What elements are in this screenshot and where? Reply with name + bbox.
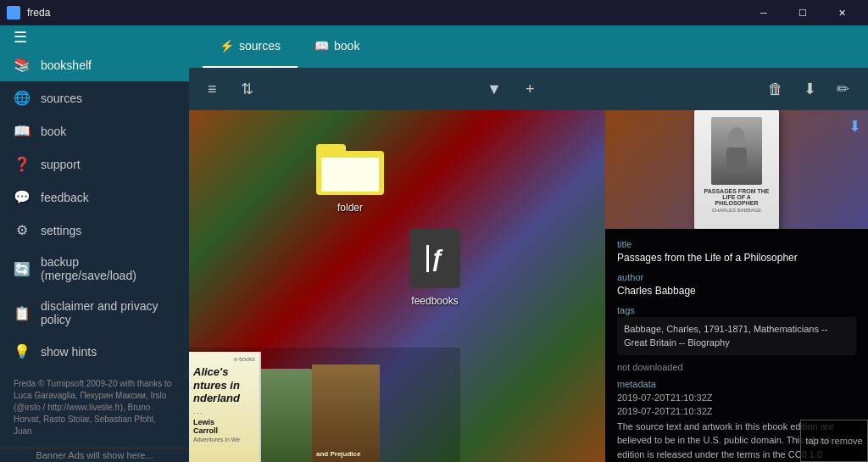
source-item-feedbooks[interactable]: ƒ feedbooks: [409, 229, 460, 307]
sidebar-item-support[interactable]: ❓ support: [0, 148, 189, 181]
book-thumbnail-area: ⬇: [605, 110, 868, 229]
book-icon: 📖: [14, 123, 31, 139]
author-value: Charles Babbage: [617, 284, 856, 298]
sidebar-item-book-label: book: [41, 125, 66, 138]
book-thumb-inner: PASSAGES FROM THELIFE OF A PHILOSOPHER C…: [694, 110, 779, 229]
hamburger-icon[interactable]: ☰: [14, 28, 27, 47]
tap-to-remove-button[interactable]: tap to remove: [800, 420, 868, 462]
app-container: ☰ 📚 bookshelf 🌐 sources 📖 book ❓ support…: [0, 25, 868, 462]
feedbooks-label: feedbooks: [411, 295, 458, 307]
tags-value: Babbage, Charles, 1791-1871, Mathematici…: [617, 317, 856, 355]
person-svg: [720, 125, 754, 176]
tab-book[interactable]: 📖 book: [298, 25, 376, 68]
hints-icon: 💡: [14, 343, 31, 359]
sidebar-item-backup[interactable]: 🔄 backup (merge/save/load): [0, 247, 189, 291]
metadata-section-label: metadata: [617, 379, 856, 389]
book-tab-icon: 📖: [314, 39, 329, 53]
alice-subtitle: Adventures in We: [193, 437, 255, 443]
banner-text: Banner Ads will show here...: [36, 450, 153, 460]
tab-sources[interactable]: ⚡ sources: [203, 25, 298, 68]
sidebar-item-book[interactable]: 📖 book: [0, 114, 189, 148]
sidebar-item-support-label: support: [41, 158, 81, 171]
sidebar-item-feedback-label: feedback: [41, 191, 89, 204]
book-grid: folder ƒ feedbooks: [189, 110, 605, 462]
sidebar-item-bookshelf[interactable]: 📚 bookshelf: [0, 48, 189, 81]
toolbar-right: 🗑 ⬇ ✏: [763, 76, 854, 102]
sidebar-item-disclaimer[interactable]: 📋 disclaimer and privacy policy: [0, 291, 189, 335]
sidebar-item-sources[interactable]: 🌐 sources: [0, 81, 189, 114]
disclaimer-icon: 📋: [14, 305, 31, 321]
edit-icon: ✏: [837, 81, 849, 97]
thumb-book-title: PASSAGES FROM THELIFE OF A PHILOSOPHER: [701, 188, 772, 206]
sidebar-item-settings[interactable]: ⚙ settings: [0, 214, 189, 247]
close-button[interactable]: ✕: [822, 0, 861, 25]
books-strip: e-books Alice'sntures innderland ... Lew…: [189, 348, 460, 462]
alice-title: Alice'sntures innderland: [193, 365, 255, 405]
add-button[interactable]: +: [520, 77, 540, 102]
alice-author: LewisCarroll: [193, 418, 255, 435]
globe-icon: 🌐: [14, 90, 31, 106]
alice-book-cover[interactable]: e-books Alice'sntures innderland ... Lew…: [189, 352, 261, 462]
list-view-button[interactable]: ≡: [203, 77, 222, 102]
main-content: folder ƒ feedbooks: [189, 110, 868, 462]
bookshelf-icon: 📚: [14, 57, 31, 73]
download-button[interactable]: ⬇: [798, 76, 821, 102]
tap-remove-label: tap to remove: [805, 435, 862, 447]
toolbar: ≡ ⇅ ▼ + 🗑 ⬇ ✏: [189, 68, 868, 110]
edit-button[interactable]: ✏: [832, 76, 854, 102]
book-thumbnail: PASSAGES FROM THELIFE OF A PHILOSOPHER C…: [694, 110, 779, 229]
sidebar-item-disclaimer-label: disclaimer and privacy policy: [41, 299, 175, 326]
minimize-button[interactable]: ─: [744, 0, 783, 25]
not-downloaded-status: not downloaded: [617, 362, 856, 372]
sidebar-item-sources-label: sources: [41, 92, 82, 105]
footer-text: Freda © Turnipsoft 2009-20 with thanks t…: [14, 379, 171, 436]
list-icon: ≡: [208, 81, 217, 97]
window-controls: ─ ☐ ✕: [744, 0, 861, 25]
thumb-book-author: CHARLES BABBAGE: [712, 208, 762, 213]
download-arrow-icon: ⬇: [849, 117, 861, 136]
filter-icon: ▼: [487, 81, 502, 97]
download-icon: ⬇: [804, 81, 816, 97]
sidebar-item-bookshelf-label: bookshelf: [41, 58, 92, 72]
prejudice-book-cover[interactable]: and Prejudice: [312, 365, 380, 462]
app-title: freda: [27, 7, 50, 19]
filter-button[interactable]: ▼: [481, 77, 507, 102]
alice-publisher: e-books: [193, 356, 255, 362]
add-icon: +: [526, 81, 535, 97]
sidebar-item-settings-label: settings: [41, 224, 81, 237]
feedback-icon: 💬: [14, 189, 31, 205]
svg-rect-1: [726, 148, 747, 173]
tags-label: tags: [617, 305, 856, 315]
tab-sources-label: sources: [239, 39, 281, 53]
delete-button[interactable]: 🗑: [763, 76, 788, 102]
backup-icon: 🔄: [14, 261, 31, 277]
sidebar-item-hints-label: show hints: [41, 345, 97, 359]
feedbooks-icon: ƒ: [409, 229, 460, 288]
title-value: Passages from the Life of a Philosopher: [617, 251, 856, 265]
folder-label: folder: [337, 202, 363, 214]
sidebar-item-hints[interactable]: 💡 show hints: [0, 335, 189, 368]
prejudice-title: and Prejudice: [316, 450, 376, 458]
delete-icon: 🗑: [768, 81, 783, 97]
maximize-button[interactable]: ☐: [783, 0, 822, 25]
date1: 2019-07-20T21:10:32Z: [617, 392, 856, 403]
sort-button[interactable]: ⇅: [236, 76, 259, 102]
top-nav: ⚡ sources 📖 book: [189, 25, 868, 68]
title-label: title: [617, 239, 856, 249]
book-cover-person: [711, 117, 762, 185]
sidebar: ☰ 📚 bookshelf 🌐 sources 📖 book ❓ support…: [0, 25, 189, 462]
tab-book-label: book: [334, 39, 359, 53]
source-item-folder[interactable]: folder: [316, 144, 384, 214]
title-bar-left: freda: [7, 6, 50, 19]
sidebar-header: ☰: [0, 25, 189, 48]
title-bar: freda ─ ☐ ✕: [0, 0, 868, 25]
author-label: author: [617, 272, 856, 282]
alice-overlap-book: [261, 369, 312, 462]
gear-icon: ⚙: [14, 222, 31, 238]
question-icon: ❓: [14, 156, 31, 172]
sidebar-item-feedback[interactable]: 💬 feedback: [0, 181, 189, 214]
folder-icon: [316, 144, 384, 195]
folder-inner: [321, 158, 379, 192]
sidebar-item-backup-label: backup (merge/save/load): [41, 255, 175, 282]
app-icon: [7, 6, 20, 19]
